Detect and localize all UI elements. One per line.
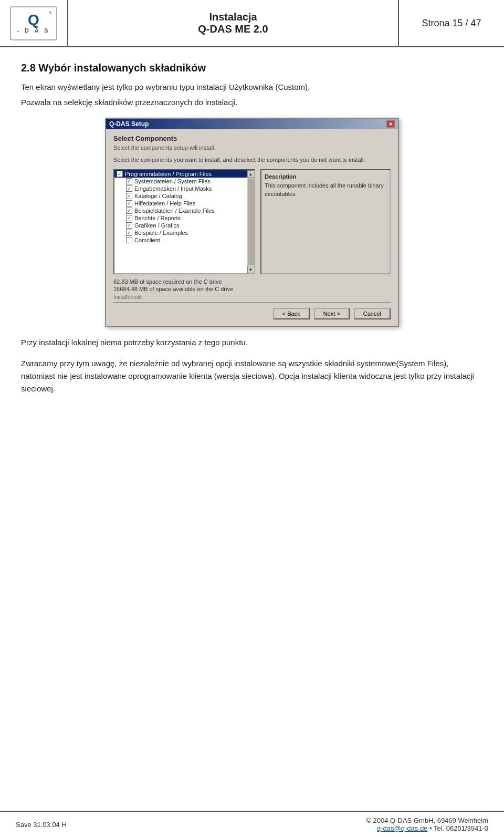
setup-dialog: Q-DAS Setup ✕ Select Components Select t…: [105, 118, 399, 327]
space-required: 62.83 MB of space required on the C driv…: [113, 278, 391, 285]
footer-telephone: Tel. 06201/3941-0: [434, 824, 488, 832]
scroll-thumb[interactable]: [248, 179, 254, 265]
footer-left: Save 31.03.04 H: [16, 821, 67, 829]
list-item[interactable]: ✓ Programmdateien / Program Files: [114, 170, 254, 178]
logo-das-text: - D A S: [17, 27, 50, 34]
dialog-buttons: < Back Next > Cancel: [113, 305, 391, 322]
logo-q-letter: Q: [28, 13, 39, 27]
dialog-titlebar: Q-DAS Setup ✕: [106, 119, 398, 129]
checkbox-berichte[interactable]: ✓: [126, 215, 132, 221]
list-scrollbar[interactable]: ▲ ▼: [247, 170, 254, 273]
dialog-screenshot-wrapper: Q-DAS Setup ✕ Select Components Select t…: [21, 118, 483, 327]
comp-label-berichte: Berichte / Reports: [134, 215, 181, 221]
installshield-label: InstallShield: [113, 294, 391, 300]
list-item[interactable]: ✓ Systemdateien / System Files: [114, 178, 254, 185]
main-content: 2.8 Wybór instalowanych składników Ten e…: [0, 47, 504, 414]
list-item[interactable]: ✓ Grafiken / Grafics: [114, 222, 254, 229]
scroll-up-arrow[interactable]: ▲: [247, 170, 255, 178]
page-number: Strona 15 / 47: [399, 0, 504, 46]
description-panel: Description This component includes all …: [260, 169, 391, 274]
page-header: ® Q - D A S Instalacja Q-DAS ME 2.0 Stro…: [0, 0, 504, 47]
checkbox-programmdateien[interactable]: ✓: [117, 171, 123, 177]
description-label: Description: [265, 173, 386, 180]
header-title-area: Instalacja Q-DAS ME 2.0: [68, 0, 399, 46]
comp-label-programmdateien: Programmdateien / Program Files: [125, 171, 212, 177]
next-button[interactable]: Next >: [314, 308, 350, 319]
checkbox-comclient[interactable]: [126, 237, 132, 243]
dialog-body: Select Components Select the components …: [106, 129, 398, 326]
intro-paragraph-2: Pozwala na selekcję składników przeznacz…: [21, 97, 483, 109]
checkbox-systemdateien[interactable]: ✓: [126, 178, 132, 184]
description-text: This component includes all the runable …: [265, 182, 386, 198]
page-footer: Save 31.03.04 H © 2004 Q-DAS GmbH, 69469…: [0, 811, 504, 837]
back-button[interactable]: < Back: [273, 308, 310, 319]
comp-label-beispiele: Beispiele / Examples: [134, 230, 188, 236]
scroll-down-arrow[interactable]: ▼: [247, 266, 255, 273]
dialog-subtitle: Select the components setup will install…: [113, 144, 391, 151]
comp-label-systemdateien: Systemdateien / System Files: [134, 178, 211, 184]
footer-copyright: © 2004 Q-DAS GmbH, 69469 Weinheim: [366, 817, 488, 824]
list-item[interactable]: ✓ Beispieldateien / Example Files: [114, 207, 254, 214]
body-paragraph-2: Zwracamy przy tym uwagę, że niezależnie …: [21, 357, 483, 395]
list-item[interactable]: ✓ Hilfedateien / Help Files: [114, 200, 254, 207]
comp-label-hilfedateien: Hilfedateien / Help Files: [134, 200, 195, 206]
footer-email-link[interactable]: q-das@q-das.de: [377, 824, 427, 832]
list-item[interactable]: ✓ Berichte / Reports: [114, 214, 254, 222]
checkbox-beispieldateien[interactable]: ✓: [126, 208, 132, 214]
space-available: 16684.48 MB of space available on the C …: [113, 286, 391, 292]
comp-label-beispieldateien: Beispieldateien / Example Files: [134, 208, 215, 214]
qdas-logo: ® Q - D A S: [10, 6, 57, 40]
cancel-button[interactable]: Cancel: [354, 308, 391, 319]
doc-title-line1: Instalacja: [209, 11, 257, 23]
registered-mark: ®: [49, 11, 52, 15]
logo-area: ® Q - D A S: [0, 0, 68, 46]
list-item[interactable]: ✓ Eingabemasken / Input Masks: [114, 185, 254, 192]
list-item[interactable]: ✓ Kataloge / Catalog: [114, 192, 254, 200]
footer-separator: •: [429, 824, 434, 832]
checkbox-eingabemasken[interactable]: ✓: [126, 185, 132, 192]
comp-label-grafiken: Grafiken / Grafics: [134, 222, 180, 229]
doc-title-line2: Q-DAS ME 2.0: [198, 23, 268, 35]
footer-contact: q-das@q-das.de • Tel. 06201/3941-0: [366, 824, 488, 832]
list-item[interactable]: ✓ Beispiele / Examples: [114, 229, 254, 236]
dialog-title: Q-DAS Setup: [109, 120, 149, 128]
footer-right: © 2004 Q-DAS GmbH, 69469 Weinheim q-das@…: [366, 817, 488, 832]
section-title: 2.8 Wybór instalowanych składników: [21, 62, 483, 74]
dialog-close-button[interactable]: ✕: [386, 120, 395, 128]
comp-label-kataloge: Kataloge / Catalog: [134, 193, 182, 199]
components-list[interactable]: ✓ Programmdateien / Program Files ✓ Syst…: [113, 169, 255, 274]
checkbox-beispiele[interactable]: ✓: [126, 230, 132, 236]
list-item[interactable]: Comclient: [114, 236, 254, 244]
checkbox-hilfedateien[interactable]: ✓: [126, 200, 132, 206]
dialog-section-title: Select Components: [113, 135, 391, 142]
dialog-main-area: ✓ Programmdateien / Program Files ✓ Syst…: [113, 169, 391, 274]
dialog-divider: [113, 302, 391, 303]
checkbox-grafiken[interactable]: ✓: [126, 222, 132, 229]
checkbox-kataloge[interactable]: ✓: [126, 193, 132, 199]
dialog-instruction: Select the components you want to instal…: [113, 156, 391, 164]
body-paragraph-1: Przy instalacji lokalnej niema potrzeby …: [21, 336, 483, 349]
comp-label-eingabemasken: Eingabemasken / Input Masks: [134, 185, 212, 192]
intro-paragraph-1: Ten ekran wyświetlany jest tylko po wybr…: [21, 81, 483, 94]
comp-label-comclient: Comclient: [134, 237, 160, 243]
